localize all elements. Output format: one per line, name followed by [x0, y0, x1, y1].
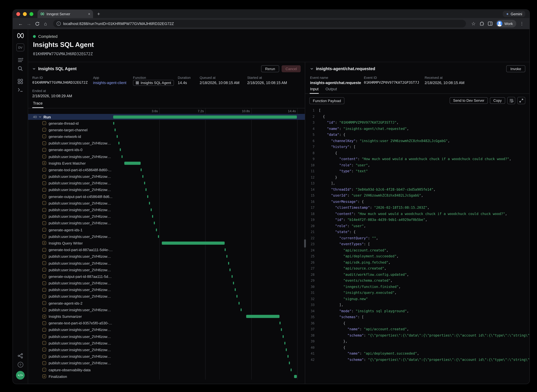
trace-row[interactable]: ~publish:user:insights:user_2VH6zowmh... [28, 220, 305, 226]
trace-row[interactable]: ~generate-thread-id [28, 120, 305, 126]
trace-row[interactable]: #Insights Summarizer [28, 313, 305, 320]
trace-row[interactable]: ~publish:user:insights:user_2VH6zowmh... [28, 253, 305, 260]
bookmark-star-icon[interactable]: ☆ [469, 19, 478, 28]
trace-span-bar [162, 242, 225, 245]
trace-row[interactable]: ~generate-network-id [28, 133, 305, 140]
pane-resize-handle[interactable] [304, 239, 306, 248]
tab-input[interactable]: Input [310, 86, 319, 94]
extensions-puzzle-icon[interactable] [478, 19, 486, 28]
tab-close-icon[interactable]: × [88, 12, 90, 16]
site-info-icon[interactable]: i [57, 22, 61, 26]
inngest-logo[interactable] [16, 33, 24, 38]
tab-output[interactable]: Output [325, 86, 337, 93]
line-number: 36 [309, 321, 315, 325]
url-bar[interactable]: i localhost:8288/run?runID=01KHRMPW77GVM… [53, 20, 466, 28]
trace-row-run[interactable]: 40Run [28, 114, 305, 120]
apps-grid-icon[interactable] [18, 79, 23, 84]
trace-row[interactable]: #Insights Query Writer [28, 240, 305, 247]
trace-row[interactable]: ~capture-observability-data [28, 366, 305, 373]
code-line: 34 "mode": "insights_sql_playground", [305, 308, 529, 314]
trace-row[interactable]: ~publish:user:insights:user_2VH6zowmh... [28, 286, 305, 293]
trace-row[interactable]: ~publish:user:insights:user_2VH6zowmh... [28, 306, 305, 313]
trace-row[interactable]: ~generate-output-part-id-c458648f-8d6... [28, 193, 305, 200]
trace-row[interactable]: ~publish:user:insights:user_2VH6zowmh... [28, 260, 305, 266]
app-link[interactable]: insights-agent-client [93, 81, 126, 85]
trace-row[interactable]: ~publish:user:insights:user_2VH6zowmh... [28, 213, 305, 220]
trace-row[interactable]: ~publish:user:insights:user_2VH6zowmh... [28, 187, 305, 193]
profile-label: Work [504, 22, 513, 26]
expand-icon[interactable] [517, 97, 525, 104]
trace-row[interactable]: ~publish:user:insights:user_2VH6zowmh... [28, 180, 305, 187]
trace-row[interactable]: ~publish:user:insights:user_2VH6zowmh... [28, 360, 305, 366]
function-search-icon[interactable] [18, 66, 23, 71]
meta-started-at: 2/18/2026, 10:08:15 AM [247, 81, 298, 85]
copy-button[interactable]: Copy [490, 97, 505, 104]
dev-tools-button[interactable]: </> [16, 371, 25, 380]
trace-row[interactable]: ~publish:user:insights:user_2VH6zowmh... [28, 153, 305, 160]
trace-row[interactable]: ~generate-target-channel [28, 126, 305, 133]
run-row-label: Run [43, 115, 51, 119]
function-badge[interactable]: Insights SQL Agent [133, 80, 174, 86]
send-to-dev-server-button[interactable]: Send to Dev Server [450, 97, 488, 104]
side-panel-icon[interactable] [486, 19, 494, 28]
profile-chip[interactable]: Work [496, 20, 516, 28]
runs-list-icon[interactable] [18, 58, 23, 62]
new-tab-button[interactable]: + [97, 11, 100, 17]
trace-row[interactable]: ~generate-agent-ids-2 [28, 300, 305, 306]
help-icon[interactable]: ? [18, 362, 23, 368]
function-payload-chip[interactable]: Function Payload [309, 97, 344, 104]
trace-row[interactable]: #Insights Event Matcher [28, 160, 305, 167]
invoke-button[interactable]: Invoke [506, 65, 525, 72]
close-window-button[interactable] [16, 12, 20, 16]
trace-row[interactable]: #Finalization [28, 373, 305, 380]
browser-menu-icon[interactable]: ⋮ [518, 19, 526, 28]
collapse-chevron-icon[interactable] [32, 67, 36, 70]
trace-row[interactable]: ~publish:user:insights:user_2VH6zowmh... [28, 353, 305, 360]
screen-background: Inngest Server × + ✶ Gemini ← → ⌂ i loca… [0, 0, 537, 392]
event-logs-icon[interactable] [18, 88, 23, 92]
maximize-window-button[interactable] [29, 12, 33, 16]
reload-icon[interactable] [33, 19, 41, 28]
code-text: "api/source.created", [319, 266, 386, 270]
trace-row[interactable]: ~publish:user:insights:user_2VH6zowmh... [28, 140, 305, 147]
trace-row[interactable]: ~generate-agent-ids-0 [28, 146, 305, 153]
step-icon: ~ [42, 208, 46, 212]
trace-row[interactable]: ~generate-text-part-id-9357e5f0-a530-4..… [28, 320, 305, 327]
trace-row[interactable]: ~publish:user:insights:user_2VH6zowmh... [28, 340, 305, 346]
minimize-window-button[interactable] [23, 12, 27, 16]
code-line: 39 }, [305, 338, 529, 344]
trace-row[interactable]: ~generate-tool-part-id-887aa111-5d4e-45.… [28, 247, 305, 253]
back-icon[interactable]: ← [16, 19, 25, 28]
profile-avatar [497, 21, 502, 26]
gemini-chip[interactable]: ✶ Gemini [503, 11, 525, 17]
trace-row[interactable]: ~publish:user:insights:user_2VH6zowmh... [28, 326, 305, 333]
trace-row[interactable]: ~publish:user:insights:user_2VH6zowmh... [28, 346, 305, 353]
app-initials-badge[interactable]: DV [16, 43, 24, 51]
trace-row[interactable]: ~publish:user:insights:user_2VH6zowmh... [28, 173, 305, 180]
home-icon[interactable]: ⌂ [41, 19, 50, 28]
share-icon[interactable] [18, 353, 23, 359]
word-wrap-icon[interactable] [507, 97, 515, 104]
trace-row[interactable]: ~publish:user:insights:user_2VH6zowmh... [28, 333, 305, 340]
rerun-button[interactable]: Rerun [261, 65, 279, 72]
trace-row[interactable]: ~publish:user:insights:user_2VH6zowmh... [28, 293, 305, 300]
run-status: Completed [33, 34, 529, 38]
trace-row[interactable]: ~publish:user:insights:user_2VH6zowmh... [28, 200, 305, 206]
trace-row[interactable]: ~generate-tool-part-id-c458648f-8d60-... [28, 167, 305, 173]
payload-code-viewer[interactable]: 1[2 {3 "id": "01KHRMPVZP0V977KAT2GP3ST7J… [305, 106, 529, 384]
trace-row[interactable]: ~publish:user:insights:user_2VH6zowmh... [28, 233, 305, 240]
cancel-button[interactable]: Cancel [282, 65, 301, 72]
trace-row[interactable]: ~publish:user:insights:user_2VH6zowmh... [28, 280, 305, 287]
forward-icon[interactable]: → [25, 19, 33, 28]
step-label: capture-observability-data [49, 368, 91, 372]
trace-row[interactable]: ~publish:user:insights:user_2VH6zowmh... [28, 266, 305, 273]
trace-row[interactable]: ~publish:user:insights:user_2VH6zowmh... [28, 206, 305, 213]
tab-trace[interactable]: Trace [32, 101, 43, 108]
step-label: publish:user:insights:user_2VH6zowmh... [49, 334, 113, 339]
collapse-chevron-icon[interactable] [310, 67, 314, 70]
trace-row[interactable]: ~generate-agent-ids-1 [28, 226, 305, 233]
trace-row[interactable]: ~generate-output-part-id-887aa111-5d4e..… [28, 273, 305, 280]
trace-span-bar [291, 368, 292, 371]
browser-tab[interactable]: Inngest Server × [37, 10, 93, 18]
code-line: 14 "threadId": "3e84a93d-b2c6-4f28-bb47-… [305, 187, 529, 192]
